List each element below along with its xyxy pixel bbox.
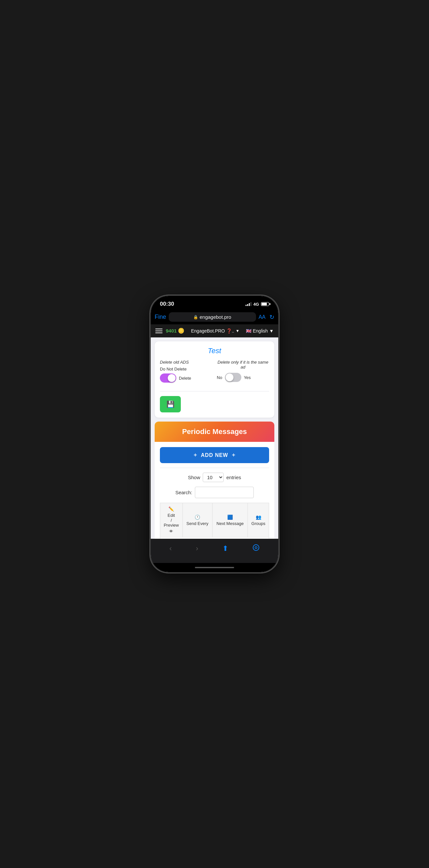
same-ad-toggle-group: Delete only if it is the same ad No Yes xyxy=(217,360,269,382)
same-ad-toggle-thumb xyxy=(226,373,233,381)
add-new-label: ADD NEW xyxy=(201,452,228,458)
search-input[interactable] xyxy=(195,487,254,498)
time-display: 00:30 xyxy=(160,301,174,307)
forward-button[interactable]: › xyxy=(194,542,200,555)
browser-buttons: AA ↻ xyxy=(259,314,274,321)
periodic-divider xyxy=(160,468,269,468)
search-label: Search: xyxy=(175,490,192,495)
yes-label: Yes xyxy=(244,375,251,380)
save-icon: 💾 xyxy=(166,400,175,408)
brand-text: EngageBot.PRO ❓.. xyxy=(191,328,234,334)
do-not-delete-label: Do Not Delete xyxy=(160,367,187,371)
home-bar xyxy=(195,567,234,568)
delete-toggle-thumb xyxy=(168,374,175,382)
delete-toggle[interactable] xyxy=(160,373,176,382)
same-ad-label: Delete only if it is the same ad xyxy=(217,360,269,370)
save-button[interactable]: 💾 xyxy=(160,396,181,412)
language-label: English xyxy=(253,328,268,334)
phone-screen: 00:30 4G Fine 🔒 engagebot.pro A xyxy=(151,296,278,572)
brand-dropdown-arrow: ▼ xyxy=(235,329,239,333)
signal-bars xyxy=(245,302,252,306)
svg-point-1 xyxy=(255,547,257,549)
delete-toggle-group: Delete old ADS Do Not Delete Delete xyxy=(160,360,191,382)
nav-coins: 9401 🪙 xyxy=(166,328,185,334)
share-button[interactable]: ⬆ xyxy=(220,542,230,555)
col-groups-label: Groups xyxy=(252,521,265,526)
address-bar[interactable]: 🔒 engagebot.pro xyxy=(169,312,256,322)
groups-icon: 👥 xyxy=(256,515,261,520)
data-table: ✏️ Edit/Preview 👁 🕐 Send Every xyxy=(160,503,269,539)
ad-settings-card: Test Delete old ADS Do Not Delete Delete xyxy=(155,341,274,417)
clock-icon: 🕐 xyxy=(195,515,200,520)
flag-emoji: 🇬🇧 xyxy=(246,328,252,334)
lock-icon: 🔒 xyxy=(193,315,198,319)
aa-button[interactable]: AA xyxy=(259,314,265,320)
plus-left-icon: ＋ xyxy=(193,452,198,459)
hamburger-menu[interactable] xyxy=(155,329,163,333)
entries-select[interactable]: 10 25 50 100 xyxy=(203,473,224,482)
search-row: Search: xyxy=(160,487,269,498)
nav-brand[interactable]: EngageBot.PRO ❓.. ▼ xyxy=(188,328,243,334)
status-right: 4G xyxy=(245,302,269,307)
col-groups[interactable]: 👥 Groups xyxy=(248,503,269,537)
show-label: Show xyxy=(188,474,200,480)
nav-language[interactable]: 🇬🇧 English ▼ xyxy=(246,328,274,334)
scroll-area[interactable]: Test Delete old ADS Do Not Delete Delete xyxy=(151,337,278,539)
card-divider xyxy=(160,391,269,392)
compass-icon xyxy=(253,544,260,551)
browser-back-label[interactable]: Fine xyxy=(155,314,166,320)
compass-button[interactable] xyxy=(251,542,262,555)
periodic-messages-header: Periodic Messages xyxy=(155,422,274,442)
url-text: engagebot.pro xyxy=(199,314,231,320)
col-edit-label: Edit/Preview xyxy=(164,513,179,528)
lang-dropdown-arrow: ▼ xyxy=(269,328,274,334)
eye-icon: 👁 xyxy=(169,529,173,534)
delete-old-ads-label: Delete old ADS xyxy=(160,360,189,365)
battery-fill xyxy=(262,303,267,305)
periodic-messages-body: ＋ ADD NEW ＋ Show 10 25 50 100 entries xyxy=(155,442,274,539)
notch xyxy=(194,296,235,306)
no-label: No xyxy=(217,375,222,380)
network-label: 4G xyxy=(254,302,259,307)
edit-icon: ✏️ xyxy=(168,506,174,512)
phone-frame: 00:30 4G Fine 🔒 engagebot.pro A xyxy=(151,296,278,572)
back-button[interactable]: ‹ xyxy=(167,542,174,555)
battery-icon xyxy=(261,302,269,306)
entries-row: Show 10 25 50 100 entries xyxy=(160,473,269,482)
col-edit-preview[interactable]: ✏️ Edit/Preview 👁 xyxy=(160,503,183,537)
browser-bar: Fine 🔒 engagebot.pro AA ↻ xyxy=(151,310,278,324)
coin-icon: 🪙 xyxy=(178,328,185,334)
same-ad-toggle[interactable] xyxy=(225,373,241,382)
entries-label: entries xyxy=(226,474,241,480)
plus-right-icon: ＋ xyxy=(231,452,236,459)
coins-value: 9401 xyxy=(166,328,176,334)
home-indicator xyxy=(151,563,278,572)
col-send-label: Send Every xyxy=(186,521,208,526)
col-next-message[interactable]: 🟦 Next Message xyxy=(212,503,248,537)
delete-label: Delete xyxy=(179,376,191,381)
col-send-every[interactable]: 🕐 Send Every xyxy=(183,503,212,537)
svg-point-0 xyxy=(253,545,259,551)
browser-chrome: Fine 🔒 engagebot.pro AA ↻ xyxy=(151,310,278,324)
periodic-messages-title: Periodic Messages xyxy=(182,428,247,436)
next-message-icon: 🟦 xyxy=(227,515,233,520)
add-new-button[interactable]: ＋ ADD NEW ＋ xyxy=(160,447,269,463)
card-title: Test xyxy=(160,347,269,355)
site-navbar: 9401 🪙 EngageBot.PRO ❓.. ▼ 🇬🇧 English ▼ xyxy=(151,324,278,337)
col-next-label: Next Message xyxy=(217,521,243,526)
refresh-button[interactable]: ↻ xyxy=(269,314,274,321)
bottom-bar: ‹ › ⬆ xyxy=(151,539,278,563)
